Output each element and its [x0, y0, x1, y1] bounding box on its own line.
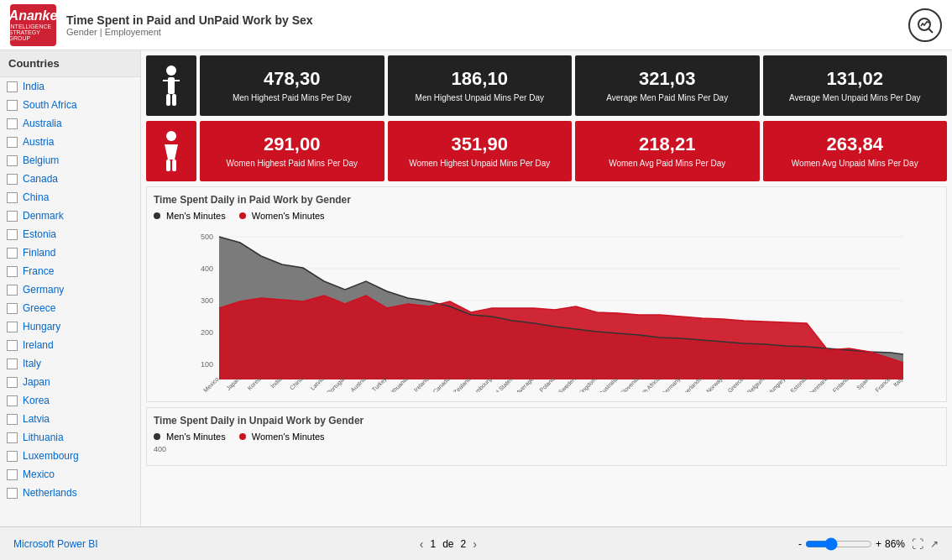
page-subtitle: Gender | Employement — [66, 27, 908, 37]
sidebar-item-label: Japan — [23, 376, 50, 388]
sidebar-item[interactable]: Netherlands — [0, 484, 140, 502]
sidebar-checkbox[interactable] — [7, 118, 18, 129]
sidebar-item-label: Austria — [23, 136, 54, 148]
prev-page-button[interactable]: ‹ — [420, 537, 424, 551]
sidebar-item-label: Estonia — [23, 228, 56, 240]
sidebar-checkbox[interactable] — [7, 174, 18, 185]
sidebar-item[interactable]: Lithuania — [0, 428, 140, 447]
zoom-minus[interactable]: - — [798, 538, 802, 550]
svg-point-2 — [166, 65, 176, 76]
women-icon — [146, 121, 196, 181]
sidebar-item[interactable]: Greece — [0, 299, 140, 317]
sidebar-checkbox[interactable] — [7, 488, 18, 499]
sidebar-item[interactable]: Korea — [0, 391, 140, 410]
kpi-men-highest-unpaid: 186,10 Men Highest Unpaid Mins Per Day — [388, 55, 573, 116]
kpi-men-highest-paid-label: Men Highest Paid Mins Per Day — [233, 93, 352, 103]
paid-chart-container: Time Spent Daily in Paid Work by Gender … — [146, 186, 947, 402]
svg-rect-10 — [172, 160, 176, 171]
sidebar-checkbox[interactable] — [7, 229, 18, 240]
sidebar-item[interactable]: Japan — [0, 373, 140, 391]
sidebar-item-label: Luxembourg — [23, 450, 79, 462]
sidebar-item[interactable]: France — [0, 262, 140, 280]
sidebar-checkbox[interactable] — [7, 359, 18, 369]
sidebar-item[interactable]: Luxembourg — [0, 447, 140, 465]
content-area: 478,30 Men Highest Paid Mins Per Day 186… — [141, 50, 952, 526]
sidebar-checkbox[interactable] — [7, 155, 18, 166]
kpi-avg-men-paid-label: Average Men Paid Mins Per Day — [606, 93, 728, 103]
sidebar-checkbox[interactable] — [7, 303, 18, 314]
zoom-controls: - + 86% — [798, 537, 905, 551]
sidebar-checkbox[interactable] — [7, 248, 18, 259]
sidebar-item[interactable]: Hungary — [0, 317, 140, 336]
header: Ananke INTELLIGENCE STRATEGY GROUP Time … — [0, 0, 952, 50]
sidebar-checkbox[interactable] — [7, 432, 18, 443]
sidebar-item[interactable]: Finland — [0, 243, 140, 262]
sidebar-item-label: Lithuania — [23, 432, 64, 443]
sidebar-item[interactable]: Denmark — [0, 207, 140, 225]
svg-marker-8 — [165, 144, 178, 160]
sidebar-checkbox[interactable] — [7, 81, 18, 92]
sidebar-item[interactable]: Italy — [0, 354, 140, 373]
kpi-women-highest-unpaid-value: 351,90 — [452, 133, 508, 155]
kpi-women-highest-paid-value: 291,00 — [264, 133, 320, 155]
sidebar-checkbox[interactable] — [7, 285, 18, 296]
svg-text:Mexico: Mexico — [202, 376, 220, 392]
sidebar-item[interactable]: Estonia — [0, 225, 140, 243]
sidebar-item[interactable]: Latvia — [0, 410, 140, 428]
footer: Microsoft Power BI ‹ 1 de 2 › - + 86% ⛶ … — [0, 526, 952, 560]
sidebar-item[interactable]: Canada — [0, 170, 140, 188]
sidebar-item[interactable]: Mexico — [0, 465, 140, 484]
sidebar-checkbox[interactable] — [7, 469, 18, 480]
sidebar-checkbox[interactable] — [7, 414, 18, 425]
kpi-avg-men-unpaid: 131,02 Average Men Unpaid Mins Per Day — [763, 55, 948, 116]
kpi-row-women: 291,00 Women Highest Paid Mins Per Day 3… — [146, 121, 947, 181]
zoom-plus[interactable]: + — [876, 538, 881, 550]
sidebar-item-label: Latvia — [23, 413, 50, 425]
sidebar-item[interactable]: Germany — [0, 280, 140, 299]
sidebar-checkbox[interactable] — [7, 322, 18, 332]
kpi-women-avg-unpaid-label: Women Avg Unpaid Mins Per Day — [792, 159, 918, 169]
sidebar-checkbox[interactable] — [7, 340, 18, 351]
kpi-avg-men-unpaid-label: Average Men Unpaid Mins Per Day — [789, 93, 921, 103]
sidebar-item[interactable]: Australia — [0, 114, 140, 133]
sidebar-header: Countries — [0, 50, 140, 77]
next-page-button[interactable]: › — [473, 537, 477, 551]
zoom-slider[interactable] — [805, 537, 872, 551]
footer-left[interactable]: Microsoft Power BI — [13, 538, 98, 550]
legend-women-paid: Women's Minutes — [239, 211, 325, 221]
kpi-men-highest-paid: 478,30 Men Highest Paid Mins Per Day — [200, 55, 384, 116]
sidebar-item-label: Italy — [23, 358, 41, 369]
sidebar-item[interactable]: China — [0, 188, 140, 207]
svg-line-1 — [928, 29, 933, 33]
legend-men-paid: Men's Minutes — [154, 211, 226, 221]
sidebar-checkbox[interactable] — [7, 395, 18, 406]
sidebar-checkbox[interactable] — [7, 192, 18, 203]
sidebar-item[interactable]: Belgium — [0, 151, 140, 170]
sidebar-checkbox[interactable] — [7, 451, 18, 462]
kpi-avg-men-paid-value: 321,03 — [639, 68, 695, 90]
footer-pagination: ‹ 1 de 2 › — [420, 537, 477, 551]
sidebar-checkbox[interactable] — [7, 137, 18, 148]
kpi-women-avg-paid-value: 218,21 — [639, 133, 695, 155]
unpaid-chart-container: Time Spent Daily in Unpaid Work by Gende… — [146, 407, 947, 466]
share-button[interactable]: ↗ — [930, 538, 939, 550]
search-chart-icon[interactable] — [908, 8, 942, 42]
sidebar-item-label: Hungary — [23, 321, 60, 332]
sidebar-item-label: China — [23, 191, 49, 203]
fullscreen-button[interactable]: ⛶ — [912, 537, 923, 551]
page-sep: de — [442, 538, 453, 550]
sidebar-checkbox[interactable] — [7, 377, 18, 388]
sidebar-checkbox[interactable] — [7, 211, 18, 222]
sidebar-item[interactable]: Austria — [0, 133, 140, 151]
sidebar-item[interactable]: South Africa — [0, 96, 140, 114]
svg-rect-4 — [166, 94, 170, 106]
sidebar-item[interactable]: Ireland — [0, 336, 140, 354]
kpi-women-avg-unpaid: 263,84 Women Avg Unpaid Mins Per Day — [763, 121, 948, 181]
powerbi-link[interactable]: Microsoft Power BI — [13, 538, 98, 550]
sidebar-item-label: Finland — [23, 247, 55, 259]
paid-chart-title: Time Spent Daily in Paid Work by Gender — [154, 194, 939, 206]
kpi-women-highest-unpaid: 351,90 Women Highest Unpaid Mins Per Day — [388, 121, 573, 181]
sidebar-checkbox[interactable] — [7, 100, 18, 111]
sidebar-item[interactable]: India — [0, 77, 140, 96]
sidebar-checkbox[interactable] — [7, 266, 18, 277]
